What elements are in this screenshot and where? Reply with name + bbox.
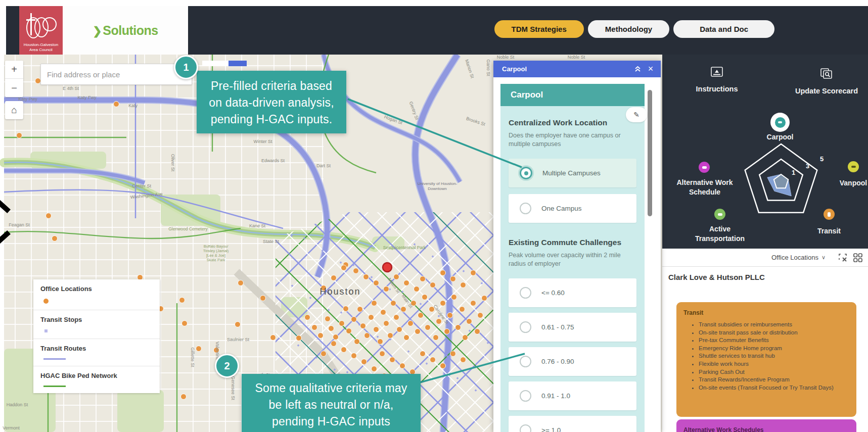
svg-text:Vermont: Vermont (3, 425, 20, 430)
option-lte-060[interactable]: <= 0.60 (509, 278, 636, 307)
transit-stops-swatch (44, 329, 48, 332)
active-transportation-node[interactable] (714, 209, 725, 220)
aws-card-title: Alternative Work Schedules (683, 426, 849, 432)
svg-text:Katy Fwy: Katy Fwy (77, 95, 97, 100)
svg-text:Winter St: Winter St (253, 139, 272, 144)
annotation-callout-1: Pre-filled criteria based on data-driven… (197, 71, 346, 133)
office-locations-swatch (43, 299, 49, 304)
carpool-node-icon (775, 117, 786, 128)
panel-scrollbar[interactable] (648, 90, 652, 216)
radio-076-090[interactable] (520, 356, 531, 367)
hgac-logo-icon (25, 13, 57, 35)
list-item: Transit subsidies or reimbursements (699, 321, 849, 329)
update-scorecard-icon (820, 68, 833, 80)
edit-pencil-icon[interactable]: ✎ (626, 107, 647, 122)
list-item: Flexible work hours (699, 360, 849, 368)
svg-text:State St: State St (263, 239, 280, 244)
legend-item-transit-routes: Transit Routes (33, 339, 160, 366)
layer-toolbar: Office Locations ∨ (662, 249, 868, 267)
list-item: Transit Rewards/Incentive Program (699, 376, 849, 384)
map-zoom-controls: + − (5, 61, 23, 97)
instructions-button[interactable]: Instructions (681, 67, 752, 93)
brand-solutions: Solutions (103, 23, 158, 37)
carpool-panel-titlebar[interactable]: Carpool × (493, 61, 661, 77)
zoom-in-button[interactable]: + (5, 61, 23, 79)
alternative-work-schedules-card: Alternative Work Schedules (676, 419, 856, 432)
svg-text:E 4th St: E 4th St (63, 86, 79, 91)
update-scorecard-button[interactable]: Update Scorecard (791, 68, 862, 95)
layer-select[interactable]: Office Locations ∨ (771, 254, 826, 261)
svg-text:Sesquicentennial Park: Sesquicentennial Park (383, 245, 426, 250)
radio-gte-10[interactable] (520, 424, 531, 432)
instructions-icon (710, 67, 723, 78)
bike-ped-swatch (43, 386, 66, 387)
svg-text:Glenwood Cemetery: Glenwood Cemetery (168, 226, 208, 231)
svg-text:Kane St: Kane St (249, 223, 266, 228)
radio-091-10[interactable] (520, 390, 531, 402)
radio-multiple-campuses[interactable] (520, 167, 532, 179)
svg-text:Tinsley (Jamal): Tinsley (Jamal) (203, 249, 229, 253)
annotation-number-1: 1 (174, 55, 198, 79)
vanpool-node-icon (851, 166, 856, 168)
close-icon[interactable]: × (647, 65, 655, 73)
section-title-centralized-work-location: Centralized Work Location (509, 118, 636, 127)
svg-text:University of Houston-: University of Houston- (418, 181, 458, 186)
option-076-090[interactable]: 0.76 - 0.90 (509, 347, 636, 376)
list-item: On-site transit pass sale or distributio… (699, 329, 849, 337)
svg-text:[Lee & Joe]: [Lee & Joe] (206, 253, 225, 258)
section-title-existing-commute-challenges: Existing Commute Challenges (509, 238, 636, 247)
active-transportation-axis-label: Active Transportation (690, 224, 750, 244)
svg-text:Feagan St: Feagan St (9, 222, 30, 227)
clear-selection-icon[interactable] (838, 253, 848, 263)
brand-arrow-icon: ❯ (93, 25, 102, 37)
alternative-work-schedule-axis-label: Alternative Work Schedule (676, 178, 733, 197)
home-button[interactable]: ⌂ (5, 101, 23, 119)
legend-item-bike-ped: HGAC Bike Ped Network (33, 366, 160, 393)
option-one-campus[interactable]: One Campus (509, 194, 636, 223)
section-desc-centralized-work-location: Does the employer have one campus or mul… (509, 131, 625, 149)
grid-apps-icon[interactable] (853, 253, 863, 263)
option-multiple-campuses[interactable]: Multiple Campuses (509, 159, 636, 187)
svg-text:3: 3 (806, 162, 809, 170)
radio-061-075[interactable] (520, 321, 531, 333)
nav-data-and-doc[interactable]: Data and Doc (673, 20, 774, 38)
radio-lte-060[interactable] (520, 287, 531, 299)
option-gte-10[interactable]: >= 1.0 (509, 416, 636, 432)
list-item: Parking Cash Out (699, 368, 849, 376)
svg-text:Oliver St: Oliver St (170, 154, 175, 172)
legend-item-transit-stops: Transit Stops (33, 310, 160, 339)
commute-solutions-logo: ❯CommuteSolutions (63, 6, 188, 55)
svg-text:Houston: Houston (319, 286, 360, 297)
transit-node[interactable] (824, 209, 835, 220)
map-legend: Office Locations Transit Stops Transit R… (33, 279, 160, 393)
svg-text:Dart St: Dart St (316, 163, 331, 168)
zoom-out-button[interactable]: − (5, 79, 23, 97)
nav-tdm-strategies[interactable]: TDM Strategies (494, 20, 584, 38)
list-item: Shuttle services to transit hub (699, 352, 849, 360)
transit-strategies-card: Transit Transit subsidies or reimburseme… (676, 302, 856, 417)
carpool-axis-label: Carpool (755, 132, 805, 142)
scorecard-detail-section: Office Locations ∨ Clark Love & Hutson P… (662, 249, 868, 432)
svg-text:Center St: Center St (132, 183, 152, 188)
svg-text:Genesee St: Genesee St (231, 376, 236, 400)
option-061-075[interactable]: 0.61 - 0.75 (509, 313, 636, 342)
nav-methodology[interactable]: Methodology (588, 20, 669, 38)
transit-axis-label: Transit (809, 226, 849, 236)
vanpool-node[interactable] (848, 161, 859, 172)
option-091-10[interactable]: 0.91 - 1.0 (509, 381, 636, 410)
svg-text:Gano St: Gano St (486, 59, 491, 76)
legend-item-office-locations: Office Locations (33, 279, 160, 310)
search-input[interactable] (40, 64, 192, 85)
svg-text:Haddon St: Haddon St (7, 402, 28, 407)
carpool-panel: Carpool × Carpool Centralized Work Locat… (493, 61, 661, 432)
chevron-down-icon: ∨ (821, 254, 826, 261)
radio-one-campus[interactable] (520, 203, 531, 214)
alternative-work-schedule-node-icon (702, 166, 707, 169)
app-window: Noble StNoble StGano StMarion StBrooks S… (0, 0, 868, 432)
alternative-work-schedule-node[interactable] (699, 162, 710, 173)
annotation-callout-2: Some qualitative criteria may be left as… (242, 374, 421, 432)
carpool-node[interactable] (770, 113, 790, 132)
svg-text:1: 1 (792, 169, 795, 176)
collapse-icon[interactable] (633, 65, 642, 73)
transit-strategies-list: Transit subsidies or reimbursements On-s… (683, 321, 849, 392)
